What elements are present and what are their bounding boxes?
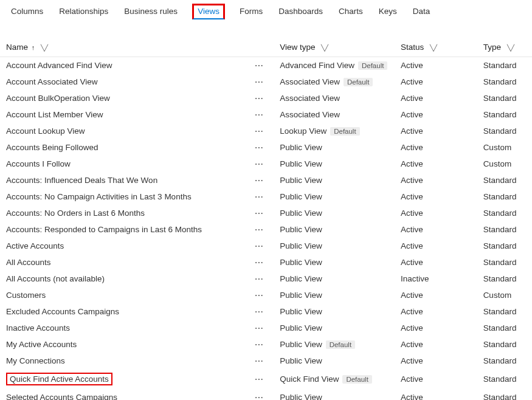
more-actions-icon[interactable]: ···	[255, 323, 263, 333]
view-name-link[interactable]: Account Associated View	[6, 77, 98, 86]
more-actions-icon[interactable]: ···	[255, 159, 263, 168]
header-label-name: Name	[6, 43, 28, 52]
tab-columns[interactable]: Columns	[10, 4, 44, 19]
table-row[interactable]: Accounts Being Followed···Public ViewAct…	[0, 139, 532, 156]
tab-forms[interactable]: Forms	[238, 4, 264, 19]
cell-status: Active	[395, 106, 477, 123]
table-row[interactable]: Quick Find Active Accounts···Quick Find …	[0, 369, 532, 389]
table-row[interactable]: All Accounts (not available)···Public Vi…	[0, 271, 532, 287]
more-actions-icon[interactable]: ···	[255, 209, 263, 218]
table-row[interactable]: Excluded Accounts Campaigns···Public Vie…	[0, 303, 532, 320]
tab-keys[interactable]: Keys	[378, 4, 398, 19]
view-name-link[interactable]: Excluded Accounts Campaigns	[6, 307, 119, 316]
cell-status: Active	[395, 172, 477, 188]
table-row[interactable]: Account Associated View···Associated Vie…	[0, 74, 532, 90]
table-row[interactable]: Accounts I Follow···Public ViewActiveCus…	[0, 156, 532, 172]
view-name-link[interactable]: Accounts: Influenced Deals That We Won	[6, 176, 157, 185]
table-row[interactable]: Active Accounts···Public ViewActiveStand…	[0, 238, 532, 254]
more-actions-icon[interactable]: ···	[255, 77, 263, 86]
table-row[interactable]: Account List Member View···Associated Vi…	[0, 106, 532, 123]
view-type-text: Public View	[280, 225, 322, 234]
status-text: Active	[401, 241, 423, 250]
view-name-link[interactable]: Inactive Accounts	[6, 323, 70, 333]
more-actions-icon[interactable]: ···	[255, 274, 263, 283]
column-header-view-type[interactable]: View type ╲╱	[274, 38, 395, 57]
view-name-link[interactable]: Quick Find Active Accounts	[10, 374, 109, 384]
tab-dashboards[interactable]: Dashboards	[277, 4, 324, 19]
table-row[interactable]: My Active Accounts···Public ViewDefaultA…	[0, 336, 532, 353]
column-header-type[interactable]: Type ╲╱	[477, 38, 532, 57]
view-name-link[interactable]: Accounts: Responded to Campaigns in Last…	[6, 225, 202, 234]
default-badge: Default	[344, 78, 373, 86]
more-actions-icon[interactable]: ···	[255, 241, 263, 250]
more-actions-icon[interactable]: ···	[255, 340, 263, 349]
view-name-link[interactable]: Accounts: No Campaign Activities in Last…	[6, 192, 192, 201]
status-text: Active	[401, 291, 423, 300]
view-name-link[interactable]: Customers	[6, 291, 46, 300]
table-row[interactable]: Accounts: Responded to Campaigns in Last…	[0, 221, 532, 238]
cell-type: Standard	[477, 90, 532, 106]
status-text: Active	[401, 61, 423, 70]
cell-name: Excluded Accounts Campaigns	[0, 303, 244, 320]
status-text: Active	[401, 393, 423, 400]
type-text: Standard	[483, 374, 517, 384]
cell-status: Active	[395, 238, 477, 254]
table-row[interactable]: Accounts: No Campaign Activities in Last…	[0, 188, 532, 205]
tab-relationships[interactable]: Relationships	[58, 4, 109, 19]
more-actions-icon[interactable]: ···	[255, 61, 263, 70]
table-row[interactable]: My Connections···Public ViewActiveStanda…	[0, 353, 532, 369]
view-name-link[interactable]: Accounts: No Orders in Last 6 Months	[6, 209, 145, 218]
view-name-link[interactable]: My Connections	[6, 356, 65, 365]
more-actions-icon[interactable]: ···	[255, 94, 263, 103]
tab-data[interactable]: Data	[412, 4, 432, 19]
view-name-link[interactable]: Accounts I Follow	[6, 159, 71, 168]
view-name-link[interactable]: Account List Member View	[6, 110, 103, 119]
table-row[interactable]: Inactive Accounts···Public ViewActiveSta…	[0, 320, 532, 336]
more-actions-icon[interactable]: ···	[255, 192, 263, 201]
cell-view-type: Public View	[274, 303, 395, 320]
status-text: Active	[401, 143, 423, 152]
table-row[interactable]: Accounts: No Orders in Last 6 Months···P…	[0, 205, 532, 221]
cell-status: Active	[395, 336, 477, 353]
more-actions-icon[interactable]: ···	[255, 258, 263, 267]
cell-name: Accounts Being Followed	[0, 139, 244, 156]
more-actions-icon[interactable]: ···	[255, 126, 263, 136]
table-row[interactable]: Accounts: Influenced Deals That We Won··…	[0, 172, 532, 188]
column-header-status[interactable]: Status ╲╱	[395, 38, 477, 57]
cell-type: Standard	[477, 271, 532, 287]
more-actions-icon[interactable]: ···	[255, 393, 263, 400]
view-name-link[interactable]: Active Accounts	[6, 241, 64, 250]
table-row[interactable]: Account Advanced Find View···Advanced Fi…	[0, 57, 532, 74]
view-name-link[interactable]: Accounts Being Followed	[6, 143, 98, 152]
table-row[interactable]: Account BulkOperation View···Associated …	[0, 90, 532, 106]
type-text: Standard	[483, 94, 517, 103]
tab-views[interactable]: Views	[192, 4, 225, 19]
table-row[interactable]: Customers···Public ViewActiveCustom	[0, 287, 532, 303]
view-name-link[interactable]: My Active Accounts	[6, 340, 77, 349]
column-header-name[interactable]: Name ↑ ╲╱	[0, 38, 244, 57]
view-name-link[interactable]: Account BulkOperation View	[6, 94, 110, 103]
column-header-actions	[244, 38, 274, 57]
view-name-link[interactable]: All Accounts	[6, 258, 51, 267]
more-actions-icon[interactable]: ···	[255, 225, 263, 234]
cell-status: Inactive	[395, 271, 477, 287]
view-name-link[interactable]: Account Advanced Find View	[6, 61, 112, 70]
cell-type: Standard	[477, 57, 532, 74]
table-row[interactable]: Account Lookup View···Lookup ViewDefault…	[0, 123, 532, 139]
view-name-link[interactable]: Account Lookup View	[6, 126, 85, 136]
tab-business-rules[interactable]: Business rules	[123, 4, 179, 19]
more-actions-icon[interactable]: ···	[255, 176, 263, 185]
view-name-link[interactable]: Selected Accounts Campaigns	[6, 393, 117, 400]
view-type-text: Associated View	[280, 110, 340, 119]
table-row[interactable]: All Accounts···Public ViewActiveStandard	[0, 254, 532, 271]
more-actions-icon[interactable]: ···	[255, 291, 263, 300]
more-actions-icon[interactable]: ···	[255, 307, 263, 316]
tab-charts[interactable]: Charts	[337, 4, 364, 19]
table-row[interactable]: Selected Accounts Campaigns···Public Vie…	[0, 389, 532, 400]
more-actions-icon[interactable]: ···	[255, 110, 263, 119]
more-actions-icon[interactable]: ···	[255, 143, 263, 152]
cell-name: Account BulkOperation View	[0, 90, 244, 106]
more-actions-icon[interactable]: ···	[255, 356, 263, 365]
more-actions-icon[interactable]: ···	[255, 374, 263, 384]
view-name-link[interactable]: All Accounts (not available)	[6, 274, 105, 283]
